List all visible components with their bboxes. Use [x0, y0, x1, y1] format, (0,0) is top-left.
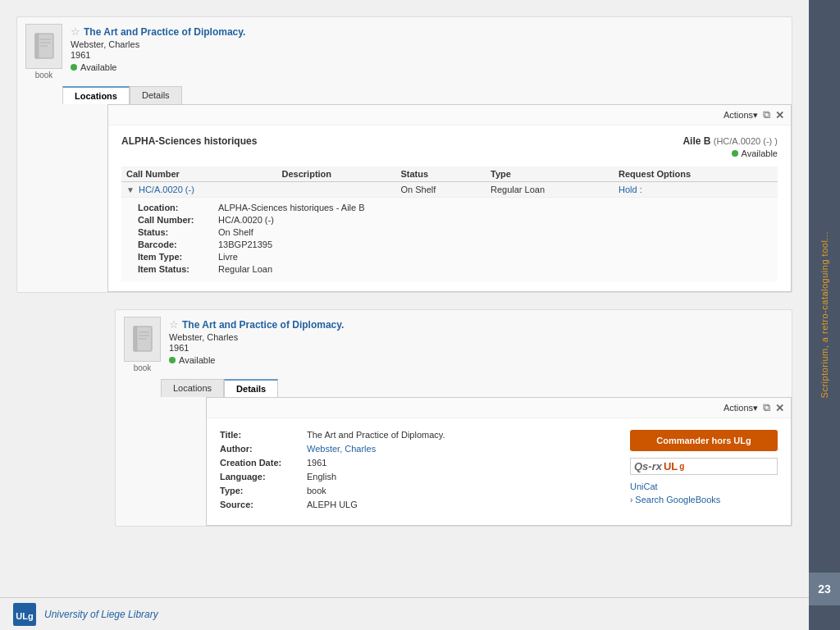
panel-toolbar-2: Actions▾ ⧉ ✕: [207, 398, 791, 418]
cell-request: Hold :: [614, 182, 778, 198]
close-icon-2[interactable]: ✕: [775, 402, 784, 414]
detail-callnumber: Call Number: HC/A.0020 (-): [138, 215, 761, 225]
available-dot-1: [71, 64, 77, 71]
ulg-logo: ULg: [13, 603, 36, 626]
shelf-dot-1: [732, 150, 738, 157]
detail-barcode: Barcode: 13BGP21395: [138, 240, 761, 249]
close-icon-1[interactable]: ✕: [775, 109, 784, 121]
tab-locations-1[interactable]: Locations: [62, 86, 130, 104]
shelf-avail-text-1: Available: [742, 148, 778, 158]
star-icon-1[interactable]: ☆: [71, 25, 80, 38]
details-left-2: Title: The Art and Practice of Diplomacy…: [220, 430, 617, 514]
unicat-link[interactable]: UniCat: [630, 482, 778, 491]
details-content-2: Title: The Art and Practice of Diplomacy…: [207, 418, 791, 525]
item-details-row: Location: ALPHA-Sciences historiques - A…: [121, 197, 778, 281]
book-info-2: ☆ The Art and Practice of Diplomacy. Web…: [169, 317, 783, 365]
book-label-2: book: [134, 363, 152, 372]
author-link[interactable]: Webster, Charles: [307, 444, 376, 454]
details-right-2: Commander hors ULg Qs-rx ULg UniCat › Se…: [630, 430, 778, 514]
availability-text-2: Available: [179, 355, 215, 365]
col-request: Request Options: [614, 167, 778, 182]
footer: ULg University of Liege Library: [0, 597, 809, 630]
book-author-1: Webster, Charles: [71, 39, 783, 49]
availability-2: Available: [169, 355, 783, 365]
book-title-2[interactable]: The Art and Practice of Diplomacy.: [182, 319, 344, 331]
book-year-2: 1961: [169, 343, 783, 353]
row-toggle[interactable]: ▼: [126, 185, 135, 194]
cell-type: Regular Loan: [486, 182, 614, 198]
library-name-1: ALPHA-Sciences historiques: [121, 135, 257, 147]
sidebar-text: Scriptorium, a retro-cataloguing tool...: [819, 231, 829, 398]
availability-1: Available: [71, 62, 783, 72]
shelf-avail-1: Available: [682, 148, 778, 158]
tabs-area-2: Locations Details Actions▾ ⧉ ✕ Title: Th…: [161, 379, 792, 526]
available-dot-2: [169, 357, 176, 363]
shelf-code-1: (HC/A.0020 (-) ): [714, 136, 778, 146]
sfx-logo[interactable]: Qs-rx ULg: [630, 458, 778, 475]
panel-toolbar-1: Actions▾ ⧉ ✕: [108, 105, 791, 126]
result-header-2: book ☆ The Art and Practice of Diplomacy…: [116, 310, 792, 379]
book-title-1[interactable]: The Art and Practice of Diplomacy.: [84, 26, 245, 38]
shelf-info-1: Aile B (HC/A.0020 (-) ): [682, 135, 778, 147]
shelf-name-1: Aile B: [682, 135, 710, 147]
tab-details-2[interactable]: Details: [224, 379, 278, 397]
result-card-1: book ☆ The Art and Practice of Diplomacy…: [16, 16, 792, 293]
result-card-2: book ☆ The Art and Practice of Diplomacy…: [115, 309, 792, 527]
sfx-text: Qs-rx: [634, 460, 662, 472]
sidebar: Scriptorium, a retro-cataloguing tool...…: [809, 0, 840, 630]
locations-content-1: ALPHA-Sciences historiques Aile B (HC/A.…: [108, 126, 791, 291]
tabs-area-1: Locations Details Actions▾ ⧉ ✕ ALPHA-Sci…: [62, 86, 792, 292]
col-status: Status: [395, 167, 486, 182]
footer-title: University of Liege Library: [44, 609, 158, 620]
tabs-2: Locations Details: [161, 379, 792, 397]
cell-status: On Shelf: [395, 182, 486, 198]
field-type: Type: book: [220, 486, 617, 495]
field-language: Language: English: [220, 472, 617, 482]
cell-description: [277, 182, 396, 198]
book-thumbnail-2: [124, 317, 161, 362]
book-thumbnail-1: [25, 24, 62, 69]
googlebooks-link[interactable]: › Search GoogleBooks: [630, 495, 778, 504]
col-call-number: Call Number: [121, 167, 277, 182]
book-label-1: book: [35, 71, 53, 80]
hold-link[interactable]: Hold :: [619, 185, 642, 194]
actions-button-2[interactable]: Actions▾: [724, 403, 758, 413]
detail-location: Location: ALPHA-Sciences historiques - A…: [138, 203, 761, 212]
svg-rect-6: [134, 326, 137, 351]
item-details-1: Location: ALPHA-Sciences historiques - A…: [121, 197, 778, 281]
svg-rect-1: [35, 34, 39, 58]
col-type: Type: [486, 167, 614, 182]
availability-text-1: Available: [80, 62, 116, 72]
col-description: Description: [277, 167, 396, 182]
svg-text:ULg: ULg: [16, 611, 33, 621]
actions-button-1[interactable]: Actions▾: [724, 110, 758, 121]
detail-itemstatus: Item Status: Regular Loan: [138, 264, 761, 274]
expand-icon-1[interactable]: ⧉: [763, 108, 770, 121]
star-icon-2[interactable]: ☆: [169, 318, 179, 331]
tabs-1: Locations Details: [62, 86, 792, 104]
expand-icon-2[interactable]: ⧉: [763, 401, 770, 414]
commander-button[interactable]: Commander hors ULg: [630, 430, 778, 451]
details-panel-2: Actions▾ ⧉ ✕ Title: The Art and Practice…: [206, 397, 792, 526]
locations-table-1: Call Number Description Status Type Requ…: [121, 167, 778, 281]
book-year-1: 1961: [71, 50, 783, 60]
field-title: Title: The Art and Practice of Diplomacy…: [220, 430, 617, 440]
table-row: ▼ HC/A.0020 (-) On Shelf Regular Loan Ho…: [121, 182, 778, 198]
call-number-link[interactable]: HC/A.0020 (-): [139, 185, 194, 194]
cell-call-number: ▼ HC/A.0020 (-): [121, 182, 277, 198]
ulg-sfx-text: UL: [664, 460, 678, 472]
detail-status: Status: On Shelf: [138, 227, 761, 237]
book-info-1: ☆ The Art and Practice of Diplomacy. Web…: [71, 24, 783, 72]
tab-details-1[interactable]: Details: [130, 86, 182, 104]
field-author: Author: Webster, Charles: [220, 444, 617, 454]
tab-locations-2[interactable]: Locations: [161, 379, 224, 397]
field-source: Source: ALEPH ULG: [220, 500, 617, 509]
result-header-1: book ☆ The Art and Practice of Diplomacy…: [17, 17, 792, 86]
detail-itemtype: Item Type: Livre: [138, 252, 761, 262]
sidebar-badge: 23: [809, 573, 840, 605]
locations-panel-1: Actions▾ ⧉ ✕ ALPHA-Sciences historiques …: [107, 104, 792, 292]
external-links: UniCat › Search GoogleBooks: [630, 482, 778, 504]
field-creation-date: Creation Date: 1961: [220, 458, 617, 468]
book-author-2: Webster, Charles: [169, 332, 783, 342]
location-header-1: ALPHA-Sciences historiques Aile B (HC/A.…: [121, 135, 778, 158]
